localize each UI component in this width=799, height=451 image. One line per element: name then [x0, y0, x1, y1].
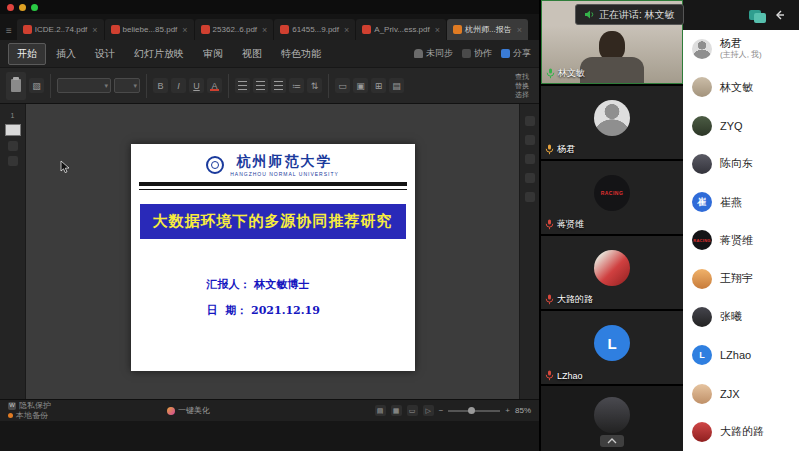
- select-button[interactable]: 选择: [515, 91, 529, 99]
- participant-row[interactable]: ZYQ: [683, 107, 799, 145]
- slide-thumbnail[interactable]: [5, 124, 21, 136]
- doc-tab[interactable]: ICDE.2..74.pdf ×: [17, 19, 104, 40]
- align-center-button[interactable]: [253, 78, 268, 93]
- sync-status-button[interactable]: 未同步: [414, 47, 453, 60]
- one-click-beautify-button[interactable]: 一键美化: [167, 405, 210, 416]
- text-box-button[interactable]: ▭: [335, 78, 350, 93]
- slide-sorter-view-icon[interactable]: ▦: [391, 405, 402, 416]
- tab-close-icon[interactable]: ×: [262, 25, 267, 35]
- share-icon: [501, 49, 510, 58]
- participant-row[interactable]: RACING 蒋贤维: [683, 221, 799, 259]
- zoom-in-icon[interactable]: +: [505, 406, 510, 415]
- insert-table-button[interactable]: ⊞: [371, 78, 386, 93]
- insert-picture-button[interactable]: ▣: [353, 78, 368, 93]
- mic-muted-icon: [545, 370, 554, 381]
- gallery-layout-icon[interactable]: [749, 10, 761, 20]
- university-logo-block: 杭州师范大学 HANGZHOU NORMAL UNIVERSITY: [131, 144, 415, 177]
- participant-row[interactable]: 大路的路: [683, 413, 799, 451]
- ribbon-tab-insert[interactable]: 插入: [47, 43, 85, 65]
- tab-close-icon[interactable]: ×: [435, 25, 440, 35]
- ribbon-tab-features[interactable]: 特色功能: [272, 43, 330, 65]
- ribbon-tab-home[interactable]: 开始: [8, 43, 46, 65]
- video-tile[interactable]: L LZhao: [541, 311, 683, 384]
- reading-view-icon[interactable]: ▭: [407, 405, 418, 416]
- mic-on-icon: [546, 68, 555, 79]
- home-menu-icon[interactable]: ≡: [6, 25, 12, 36]
- panel-tool-icon[interactable]: [8, 141, 18, 151]
- doc-tab[interactable]: 25362..6.pdf ×: [195, 19, 274, 40]
- zoom-slider-knob[interactable]: [468, 407, 475, 414]
- font-family-select[interactable]: ▾: [57, 78, 111, 93]
- font-size-select[interactable]: ▾: [114, 78, 140, 93]
- sidebar-tool-icon[interactable]: [525, 135, 535, 145]
- tab-close-icon[interactable]: ×: [92, 25, 97, 35]
- collaborate-button[interactable]: 协作: [462, 47, 492, 60]
- doc-tab-active[interactable]: 杭州师...报告 ×: [447, 19, 528, 40]
- tab-close-icon[interactable]: ×: [182, 25, 187, 35]
- ribbon-tab-view[interactable]: 视图: [233, 43, 271, 65]
- sidebar-tool-icon[interactable]: [525, 173, 535, 183]
- doc-tab-label: 61455...9.pdf: [292, 25, 339, 34]
- avatar: [594, 397, 630, 433]
- bold-button[interactable]: B: [153, 78, 168, 93]
- doc-tab[interactable]: A_Priv...ess.pdf ×: [356, 19, 446, 40]
- normal-view-icon[interactable]: ▤: [375, 405, 386, 416]
- panel-tool-icon[interactable]: [8, 156, 18, 166]
- pdf-file-icon: [362, 25, 371, 34]
- find-button[interactable]: 查找: [515, 73, 529, 81]
- sidebar-tool-icon[interactable]: [525, 192, 535, 202]
- slide-page-number: 1: [11, 112, 15, 119]
- maximize-window-icon[interactable]: [31, 4, 38, 11]
- video-tile[interactable]: 大路的路: [541, 236, 683, 309]
- avatar: [692, 384, 712, 404]
- participant-row[interactable]: ZJX: [683, 374, 799, 412]
- collapse-back-arrow-icon[interactable]: [773, 9, 787, 21]
- slide-thumbnail-panel[interactable]: 1: [0, 104, 26, 399]
- participant-row[interactable]: 王翔宇: [683, 260, 799, 298]
- replace-button[interactable]: 替换: [515, 82, 529, 90]
- participant-row[interactable]: 杨君 (主持人, 我): [683, 30, 799, 68]
- participant-list-panel: 杨君 (主持人, 我) 林文敏 ZYQ 陈向东 崔 崔燕 RACING: [683, 0, 799, 451]
- slide[interactable]: 杭州师范大学 HANGZHOU NORMAL UNIVERSITY 大数据环境下…: [131, 144, 415, 371]
- participant-row[interactable]: 林文敏: [683, 68, 799, 106]
- close-window-icon[interactable]: [7, 4, 14, 11]
- font-color-button[interactable]: A: [207, 78, 222, 93]
- scroll-up-chip[interactable]: [600, 435, 624, 447]
- insert-chart-button[interactable]: ▤: [389, 78, 404, 93]
- video-tile[interactable]: RACING 蒋贤维: [541, 161, 683, 234]
- doc-tab[interactable]: beliebe...85.pdf ×: [105, 19, 194, 40]
- cloud-sync-icon: [414, 49, 423, 58]
- share-button[interactable]: 分享: [501, 47, 531, 60]
- play-slideshow-icon[interactable]: ▷: [423, 405, 434, 416]
- align-left-button[interactable]: [235, 78, 250, 93]
- format-painter-button[interactable]: ▧: [29, 78, 44, 93]
- align-right-button[interactable]: [271, 78, 286, 93]
- underline-button[interactable]: U: [189, 78, 204, 93]
- participant-row[interactable]: 崔 崔燕: [683, 183, 799, 221]
- sidebar-tool-icon[interactable]: [525, 116, 535, 126]
- ribbon-tab-review[interactable]: 审阅: [194, 43, 232, 65]
- participant-row[interactable]: 陈向东: [683, 145, 799, 183]
- participant-row[interactable]: L LZhao: [683, 336, 799, 374]
- tab-close-icon[interactable]: ×: [517, 25, 522, 35]
- doc-tab[interactable]: 61455...9.pdf ×: [274, 19, 355, 40]
- date-label: 日 期：: [207, 304, 248, 317]
- zoom-slider[interactable]: [448, 410, 500, 412]
- minimize-window-icon[interactable]: [19, 4, 26, 11]
- collaborate-icon: [462, 49, 471, 58]
- video-tile[interactable]: 杨君: [541, 86, 683, 159]
- participant-row[interactable]: 张曦: [683, 298, 799, 336]
- tab-close-icon[interactable]: ×: [344, 25, 349, 35]
- window-titlebar: [0, 0, 539, 14]
- collaborate-label: 协作: [474, 47, 492, 60]
- tile-name: 蒋贤维: [557, 218, 584, 231]
- italic-button[interactable]: I: [171, 78, 186, 93]
- sidebar-tool-icon[interactable]: [525, 154, 535, 164]
- bullet-list-button[interactable]: ≔: [289, 78, 304, 93]
- zoom-out-icon[interactable]: −: [439, 406, 444, 415]
- paste-button[interactable]: [6, 72, 26, 100]
- ribbon-tab-slideshow[interactable]: 幻灯片放映: [125, 43, 193, 65]
- line-spacing-button[interactable]: ⇅: [307, 78, 322, 93]
- ribbon-tab-design[interactable]: 设计: [86, 43, 124, 65]
- divider-line: [139, 182, 407, 186]
